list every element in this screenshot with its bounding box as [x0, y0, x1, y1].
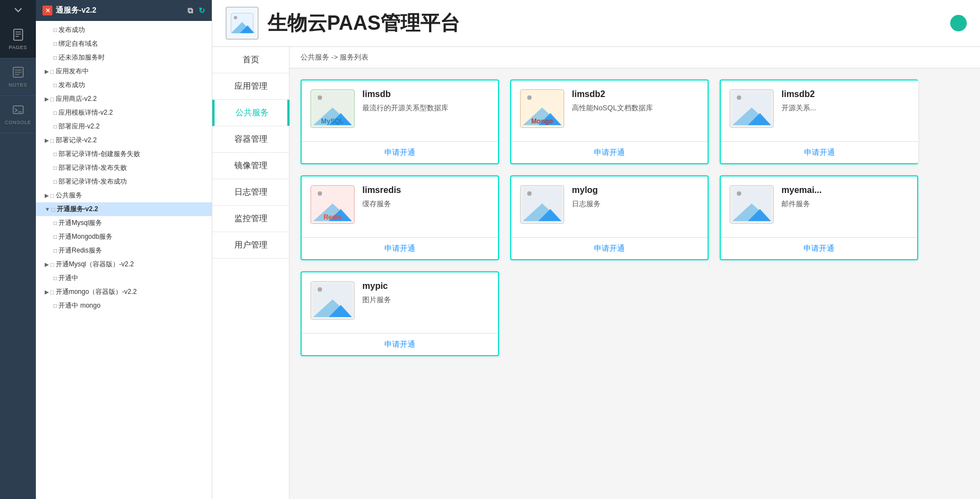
tree-item-publish-success-2[interactable]: □ 发布成功 — [36, 78, 212, 92]
sidebar-item-notes[interactable]: NOTES — [0, 58, 36, 96]
nav-item-app-management[interactable]: 应用管理 — [212, 73, 289, 100]
tree-item-mysql-container[interactable]: ▶ □ 开通Mysql（容器版）-v2.2 — [36, 257, 212, 271]
nav-item-public-service[interactable]: 公共服务 — [212, 100, 289, 126]
folder-icon: □ — [50, 137, 54, 144]
svg-point-35 — [737, 191, 741, 196]
card-info-myemail: myemai... 邮件服务 — [781, 185, 908, 210]
svg-point-31 — [527, 191, 532, 196]
card-name-limsdb2: limsdb2 — [572, 89, 699, 99]
card-info-limsredis: limsredis 缓存服务 — [362, 185, 489, 210]
apply-link-limsdb2[interactable]: 申请开通 — [594, 148, 625, 157]
file-icon: □ — [53, 82, 57, 88]
tree-item-open-redis[interactable]: □ 开通Redis服务 — [36, 244, 212, 257]
tree-item-mongo-container[interactable]: ▶ □ 开通mongo（容器版）-v2.2 — [36, 285, 212, 299]
nav-item-home[interactable]: 首页 — [212, 47, 289, 73]
service-card-limsdb: MySQL limsdb 最流行的开源关系型数据库 申请开通 — [301, 79, 499, 164]
mysql-label: MySQL — [311, 117, 354, 125]
card-info-mypic: mypic 图片服务 — [362, 281, 489, 305]
content-area: 首页 应用管理 公共服务 容器管理 镜像管理 日志管理 监控管理 用户管理 公共… — [212, 47, 980, 499]
card-action-limsredis[interactable]: 申请开通 — [302, 237, 498, 259]
folder-icon: □ — [51, 206, 55, 213]
file-icon: □ — [53, 234, 57, 240]
card-desc-mylog: 日志服务 — [572, 198, 699, 210]
app-title: 生物云PAAS管理平台 — [267, 10, 460, 37]
card-action-limsdb[interactable]: 申请开通 — [302, 141, 498, 163]
card-top-limsdb: MySQL limsdb 最流行的开源关系型数据库 — [302, 81, 498, 141]
card-action-limsdb2[interactable]: 申请开通 — [511, 141, 708, 163]
sidebar-item-pages[interactable]: PAGES — [0, 20, 36, 58]
card-top-mypic: mypic 图片服务 — [302, 272, 498, 333]
arrow-icon: ▶ — [45, 192, 49, 198]
tree-item-opening-mongo[interactable]: □ 开通中 mongo — [36, 299, 212, 313]
file-icon: □ — [53, 303, 57, 309]
nav-item-container[interactable]: 容器管理 — [212, 126, 289, 153]
arrow-icon: ▶ — [45, 289, 49, 295]
external-link-icon[interactable]: ⧉ — [188, 6, 193, 15]
tree-item-deploy-fail-create[interactable]: □ 部署记录详情-创建服务失败 — [36, 147, 212, 161]
apply-link-limsdb2b[interactable]: 申请开通 — [804, 148, 835, 157]
apply-link-mylog[interactable]: 申请开通 — [594, 244, 625, 253]
card-action-limsdb2b[interactable]: 申请开通 — [721, 141, 918, 163]
sidebar-tree: □ 发布成功 □ 绑定自有域名 □ 还未添加服务时 ▶ □ 应用发布中 □ 发布… — [36, 21, 212, 499]
card-desc-limsdb2b: 开源关系... — [781, 103, 909, 114]
card-top-mylog: mylog 日志服务 — [511, 176, 708, 237]
apply-link-myemail[interactable]: 申请开通 — [804, 244, 834, 253]
card-action-mypic[interactable]: 申请开通 — [302, 333, 498, 355]
close-button[interactable]: ✕ — [42, 6, 52, 15]
service-card-limsdb2b: limsdb2 开源关系... 申请开通 — [720, 79, 918, 164]
page-content: 公共服务 -> 服务列表 MySQL — [290, 47, 980, 499]
service-card-limsdb2: Mongo limsdb2 高性能NoSQL文档数据库 申请开通 — [510, 79, 709, 164]
nav-item-monitor[interactable]: 监控管理 — [212, 206, 289, 232]
tree-item-open-mysql[interactable]: □ 开通Mysql服务 — [36, 216, 212, 230]
tree-item-app-publishing[interactable]: ▶ □ 应用发布中 — [36, 65, 212, 78]
tree-item-deploy-app[interactable]: □ 部署应用-v2.2 — [36, 120, 212, 133]
folder-icon: □ — [50, 289, 54, 296]
folder-icon: □ — [50, 261, 54, 268]
sidebar-title: 通服务-v2.2 — [56, 6, 97, 15]
svg-point-39 — [318, 287, 322, 292]
svg-point-11 — [234, 16, 237, 19]
arrow-icon: ▼ — [45, 206, 50, 212]
user-avatar[interactable] — [950, 15, 967, 31]
services-grid: MySQL limsdb 最流行的开源关系型数据库 申请开通 — [290, 68, 980, 367]
file-icon: □ — [53, 55, 57, 61]
apply-link-limsredis[interactable]: 申请开通 — [384, 244, 415, 253]
file-icon: □ — [53, 275, 57, 281]
svg-point-19 — [527, 95, 532, 100]
service-card-limsredis: Redis limsredis 缓存服务 申请开通 — [301, 175, 499, 260]
nav-item-image[interactable]: 镜像管理 — [212, 153, 289, 179]
card-action-mylog[interactable]: 申请开通 — [511, 237, 708, 259]
pages-label: PAGES — [9, 45, 27, 50]
tree-item-publish-success-1[interactable]: □ 发布成功 — [36, 23, 212, 37]
left-nav: 首页 应用管理 公共服务 容器管理 镜像管理 日志管理 监控管理 用户管理 — [212, 47, 290, 499]
main-area: 生物云PAAS管理平台 首页 应用管理 公共服务 容器管理 镜像管理 日志管理 … — [212, 0, 980, 499]
tree-item-app-template[interactable]: □ 应用模板详情-v2.2 — [36, 106, 212, 120]
tree-item-no-service[interactable]: □ 还未添加服务时 — [36, 51, 212, 65]
card-info-limsdb2b: limsdb2 开源关系... — [781, 89, 909, 114]
nav-item-log[interactable]: 日志管理 — [212, 179, 289, 206]
card-info-mylog: mylog 日志服务 — [572, 185, 699, 210]
tree-item-appstore[interactable]: ▶ □ 应用商店-v2.2 — [36, 92, 212, 106]
card-action-myemail[interactable]: 申请开通 — [721, 237, 917, 259]
card-top-limsdb2: Mongo limsdb2 高性能NoSQL文档数据库 — [511, 81, 708, 141]
tree-item-bind-domain[interactable]: □ 绑定自有域名 — [36, 37, 212, 51]
apply-link-limsdb[interactable]: 申请开通 — [384, 148, 415, 157]
tree-item-open-service[interactable]: ▼ □ 开通服务-v2.2 — [36, 202, 212, 216]
card-top-myemail: myemai... 邮件服务 — [721, 176, 917, 237]
tree-item-public-service[interactable]: ▶ □ 公共服务 — [36, 189, 212, 202]
arrow-icon: ▶ — [45, 96, 49, 102]
service-icon-myemail — [730, 185, 774, 224]
tree-item-deploy-success-detail[interactable]: □ 部署记录详情-发布成功 — [36, 175, 212, 189]
file-icon: □ — [53, 165, 57, 171]
tree-item-deploy-fail-publish[interactable]: □ 部署记录详情-发布失败 — [36, 161, 212, 175]
tree-item-opening[interactable]: □ 开通中 — [36, 271, 212, 285]
tree-item-open-mongodb[interactable]: □ 开通Mongodb服务 — [36, 230, 212, 244]
notes-label: NOTES — [9, 82, 28, 88]
refresh-icon[interactable]: ↻ — [199, 6, 205, 15]
nav-item-user[interactable]: 用户管理 — [212, 232, 289, 259]
sidebar-item-console[interactable]: CONSOLE — [0, 96, 36, 133]
apply-link-mypic[interactable]: 申请开通 — [384, 340, 415, 348]
top-dropdown[interactable] — [0, 0, 36, 20]
file-icon: □ — [53, 110, 57, 116]
tree-item-deploy-record[interactable]: ▶ □ 部署记录-v2.2 — [36, 133, 212, 147]
